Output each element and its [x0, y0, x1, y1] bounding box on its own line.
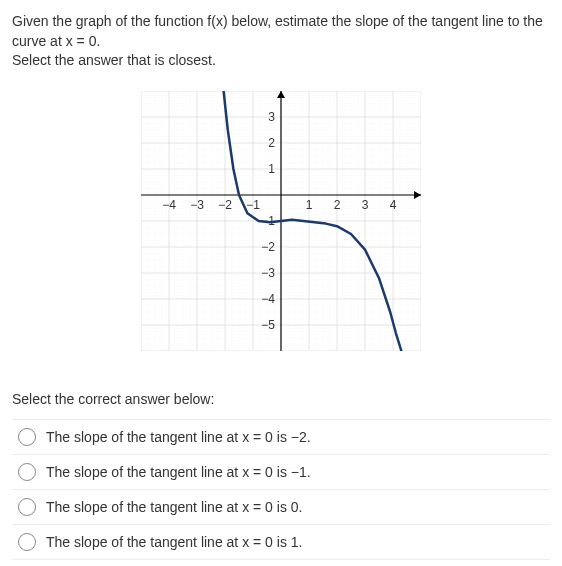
option-0[interactable]: The slope of the tangent line at x = 0 i…	[12, 419, 550, 455]
svg-text:3: 3	[362, 198, 369, 212]
question-line-2: Select the answer that is closest.	[12, 52, 216, 68]
option-label: The slope of the tangent line at x = 0 i…	[46, 499, 302, 515]
question-text: Given the graph of the function f(x) bel…	[12, 12, 550, 71]
svg-text:−2: −2	[261, 240, 275, 254]
svg-text:2: 2	[334, 198, 341, 212]
svg-text:2: 2	[268, 136, 275, 150]
svg-text:−2: −2	[218, 198, 232, 212]
svg-marker-82	[414, 191, 421, 199]
svg-text:−3: −3	[190, 198, 204, 212]
option-4[interactable]: The slope of the tangent line at x = 0 i…	[12, 560, 550, 566]
options-list: The slope of the tangent line at x = 0 i…	[12, 419, 550, 566]
radio-icon	[18, 533, 36, 551]
svg-marker-83	[277, 91, 285, 98]
svg-text:−1: −1	[246, 198, 260, 212]
graph-container: −4−3−2−11234−5−4−3−2−1123	[12, 91, 550, 351]
radio-icon	[18, 463, 36, 481]
svg-text:1: 1	[306, 198, 313, 212]
svg-text:−3: −3	[261, 266, 275, 280]
function-graph: −4−3−2−11234−5−4−3−2−1123	[141, 91, 421, 351]
option-1[interactable]: The slope of the tangent line at x = 0 i…	[12, 455, 550, 490]
radio-icon	[18, 428, 36, 446]
option-label: The slope of the tangent line at x = 0 i…	[46, 534, 302, 550]
radio-icon	[18, 498, 36, 516]
svg-text:4: 4	[390, 198, 397, 212]
answer-prompt: Select the correct answer below:	[12, 391, 550, 407]
svg-text:−4: −4	[261, 292, 275, 306]
svg-text:−4: −4	[162, 198, 176, 212]
question-line-1: Given the graph of the function f(x) bel…	[12, 13, 543, 49]
option-2[interactable]: The slope of the tangent line at x = 0 i…	[12, 490, 550, 525]
svg-text:−5: −5	[261, 318, 275, 332]
option-label: The slope of the tangent line at x = 0 i…	[46, 429, 311, 445]
svg-text:1: 1	[268, 162, 275, 176]
option-label: The slope of the tangent line at x = 0 i…	[46, 464, 311, 480]
svg-text:3: 3	[268, 110, 275, 124]
option-3[interactable]: The slope of the tangent line at x = 0 i…	[12, 525, 550, 560]
